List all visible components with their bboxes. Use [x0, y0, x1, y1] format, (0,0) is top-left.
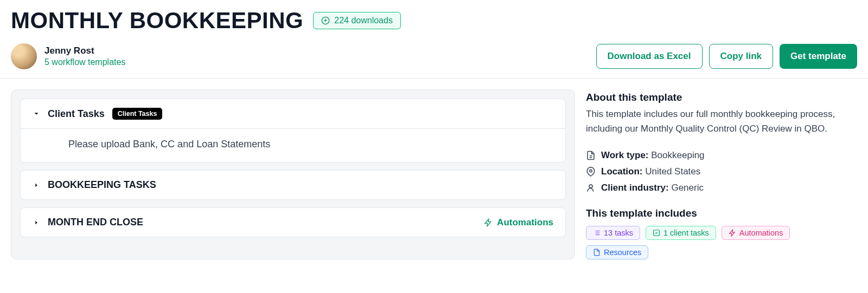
chip-resources: Resources [586, 245, 648, 259]
document-icon [586, 151, 596, 160]
location-icon [586, 167, 596, 177]
downloads-badge: 224 downloads [313, 12, 401, 29]
section-title: MONTH END CLOSE [48, 217, 143, 228]
copy-link-button[interactable]: Copy link [709, 44, 774, 69]
sections-panel: Client Tasks Client Tasks Please upload … [11, 89, 575, 259]
chip-label: Resources [604, 248, 641, 257]
download-icon [321, 16, 330, 25]
chip-tasks: 13 tasks [586, 226, 640, 240]
about-panel: About this template This template includ… [586, 89, 857, 259]
file-icon [593, 249, 601, 256]
section-header-bookkeeping[interactable]: BOOKKEEPING TASKS [21, 171, 565, 199]
about-title: About this template [586, 92, 857, 103]
lightning-icon [484, 218, 493, 227]
person-icon [586, 183, 596, 193]
meta-label: Work type: [601, 150, 649, 160]
download-excel-button[interactable]: Download as Excel [596, 44, 703, 69]
meta-location: Location: United States [586, 166, 857, 177]
list-icon [593, 229, 601, 237]
meta-label: Client industry: [601, 183, 669, 193]
chip-label: 13 tasks [604, 229, 633, 237]
author-subtitle[interactable]: 5 workflow templates [44, 57, 125, 67]
caret-down-icon [33, 110, 40, 118]
meta-value: Generic [671, 183, 704, 193]
meta-value: United States [645, 166, 700, 177]
automations-label: Automations [497, 217, 553, 228]
svg-point-2 [589, 185, 592, 188]
chip-client-tasks: 1 client tasks [646, 226, 716, 240]
caret-right-icon [33, 181, 40, 189]
about-text: This template includes our full monthly … [586, 107, 857, 136]
includes-title: This template includes [586, 207, 857, 219]
avatar [11, 43, 37, 69]
author-block[interactable]: Jenny Rost 5 workflow templates [11, 43, 125, 69]
section-month-end-close: MONTH END CLOSE Automations [20, 207, 566, 237]
section-client-tasks: Client Tasks Client Tasks Please upload … [20, 99, 566, 162]
svg-point-1 [590, 170, 592, 173]
task-item[interactable]: Please upload Bank, CC and Loan Statemen… [21, 128, 565, 162]
check-square-icon [653, 229, 660, 237]
chip-automations: Automations [722, 226, 790, 240]
section-title: BOOKKEEPING TASKS [48, 179, 156, 191]
get-template-button[interactable]: Get template [780, 44, 857, 69]
page-title: MONTHLY BOOKKEEPING [11, 8, 303, 34]
meta-value: Bookkeeping [651, 150, 704, 160]
lightning-icon [729, 229, 736, 237]
meta-industry: Client industry: Generic [586, 183, 857, 193]
automations-link[interactable]: Automations [484, 217, 553, 228]
section-title: Client Tasks [48, 108, 105, 120]
meta-work-type: Work type: Bookkeeping [586, 150, 857, 161]
downloads-count: 224 downloads [334, 16, 393, 25]
client-tasks-chip: Client Tasks [112, 108, 163, 120]
author-name: Jenny Rost [44, 45, 125, 56]
section-bookkeeping-tasks: BOOKKEEPING TASKS [20, 170, 566, 200]
caret-right-icon [33, 219, 40, 226]
chip-label: 1 client tasks [663, 229, 709, 237]
section-header-month-end[interactable]: MONTH END CLOSE Automations [21, 208, 565, 237]
chip-label: Automations [739, 229, 783, 237]
meta-label: Location: [601, 166, 643, 177]
section-header-client-tasks[interactable]: Client Tasks Client Tasks [21, 99, 565, 128]
